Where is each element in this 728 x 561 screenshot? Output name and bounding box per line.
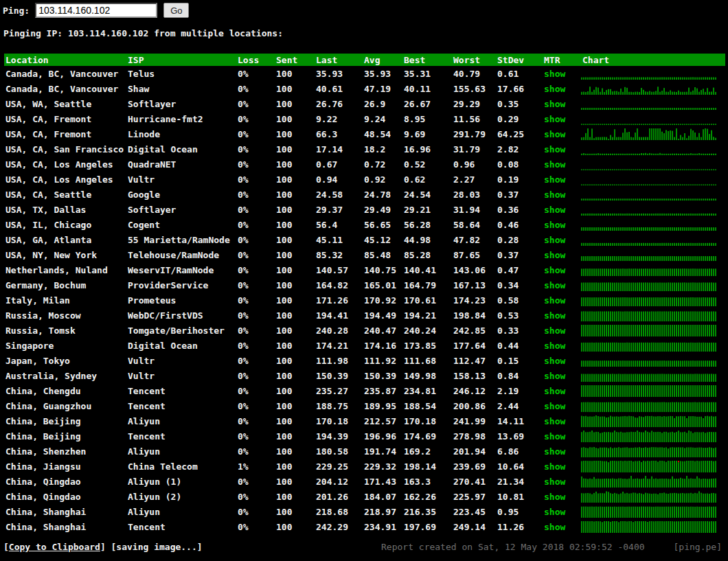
isp-cell: WeservIT/RamNode [126, 265, 236, 275]
stdev-cell: 10.81 [496, 492, 543, 502]
last-cell: 171.26 [315, 295, 363, 306]
worst-cell: 177.64 [452, 341, 496, 351]
stdev-cell: 0.28 [496, 235, 543, 245]
mtr-show-link[interactable]: show [544, 507, 565, 517]
mtr-show-link[interactable]: show [544, 220, 565, 230]
ping-sparkline [581, 324, 717, 336]
ping-sparkline [581, 430, 717, 442]
table-row: USA, CA, Fremont Linode 0% 100 66.3 48.5… [4, 126, 725, 141]
mtr-show-link[interactable]: show [544, 492, 565, 502]
mtr-show-link[interactable]: show [544, 159, 565, 170]
avg-cell: 184.07 [363, 492, 402, 502]
mtr-show-link[interactable]: show [544, 356, 565, 366]
chart-cell [581, 415, 725, 427]
location-cell: USA, WA, Seattle [4, 99, 126, 109]
mtr-show-link[interactable]: show [544, 522, 565, 532]
copy-to-clipboard-link[interactable]: Copy to Clipboard [9, 542, 100, 552]
table-row: USA, CA, San Francisco Digital Ocean 0% … [4, 141, 725, 157]
go-button[interactable]: Go [163, 3, 189, 18]
ping-toolbar: Ping: Go [3, 3, 189, 18]
ping-sparkline [581, 505, 717, 518]
sent-cell: 100 [275, 507, 315, 517]
location-cell: China, Beijing [4, 431, 126, 442]
ping-target-input[interactable] [35, 3, 157, 18]
worst-cell: 225.97 [452, 492, 496, 502]
stdev-cell: 0.35 [496, 99, 543, 109]
mtr-show-link[interactable]: show [544, 446, 565, 457]
mtr-show-link[interactable]: show [544, 341, 565, 351]
last-cell: 29.37 [315, 205, 363, 215]
loss-cell: 0% [236, 84, 275, 94]
mtr-show-link[interactable]: show [544, 265, 565, 275]
mtr-show-link[interactable]: show [544, 174, 565, 185]
mtr-show-link[interactable]: show [544, 69, 565, 79]
mtr-show-link[interactable]: show [544, 416, 565, 426]
last-cell: 17.14 [315, 144, 363, 154]
mtr-show-link[interactable]: show [544, 144, 565, 154]
mtr-show-link[interactable]: show [544, 295, 565, 306]
last-cell: 66.3 [315, 129, 363, 139]
mtr-show-link[interactable]: show [544, 129, 565, 139]
isp-cell: ProviderService [126, 280, 236, 290]
mtr-show-link[interactable]: show [544, 235, 565, 245]
loss-cell: 0% [236, 159, 275, 170]
sent-cell: 100 [275, 205, 315, 215]
mtr-show-link[interactable]: show [544, 386, 565, 396]
worst-cell: 155.63 [452, 84, 496, 94]
best-cell: 149.98 [402, 371, 452, 381]
isp-cell: Aliyun (2) [126, 492, 236, 502]
last-cell: 0.67 [315, 159, 363, 170]
mtr-show-link[interactable]: show [544, 99, 565, 109]
table-row: China, Beijing Aliyun 0% 100 170.18 212.… [4, 413, 725, 428]
mtr-show-link[interactable]: show [544, 461, 565, 472]
stdev-cell: 0.29 [496, 114, 543, 124]
isp-cell: Tencent [126, 386, 236, 396]
ping-sparkline [581, 188, 717, 201]
mtr-show-link[interactable]: show [544, 205, 565, 215]
mtr-show-link[interactable]: show [544, 250, 565, 260]
isp-cell: Aliyun (1) [126, 477, 236, 487]
worst-cell: 291.79 [452, 129, 496, 139]
ping-sparkline [581, 233, 717, 246]
table-row: USA, CA, Fremont Hurricane-fmt2 0% 100 9… [4, 111, 725, 126]
ping-sparkline [581, 520, 717, 533]
chart-cell [581, 218, 725, 231]
stdev-cell: 10.64 [496, 461, 543, 472]
loss-cell: 0% [236, 356, 275, 366]
mtr-show-link[interactable]: show [544, 310, 565, 321]
mtr-show-link[interactable]: show [544, 401, 565, 411]
best-cell: 85.28 [402, 250, 452, 260]
table-body: Canada, BC, Vancouver Telus 0% 100 35.93… [4, 66, 725, 534]
ping-sparkline [581, 173, 717, 185]
header-isp: ISP [126, 55, 236, 65]
mtr-show-link[interactable]: show [544, 280, 565, 290]
sent-cell: 100 [275, 431, 315, 442]
mtr-show-link[interactable]: show [544, 431, 565, 442]
mtr-show-link[interactable]: show [544, 371, 565, 381]
worst-cell: 278.98 [452, 431, 496, 442]
isp-cell: Telus [126, 69, 236, 79]
sent-cell: 100 [275, 325, 315, 336]
ping-sparkline [581, 128, 717, 140]
mtr-show-link[interactable]: show [544, 325, 565, 336]
stdev-cell: 0.36 [496, 205, 543, 215]
stdev-cell: 0.37 [496, 250, 543, 260]
mtr-show-link[interactable]: show [544, 84, 565, 94]
loss-cell: 0% [236, 205, 275, 215]
sent-cell: 100 [275, 280, 315, 290]
isp-cell: Tencent [126, 431, 236, 442]
mtr-show-link[interactable]: show [544, 190, 565, 200]
worst-cell: 40.79 [452, 69, 496, 79]
mtr-show-link[interactable]: show [544, 114, 565, 124]
worst-cell: 241.99 [452, 416, 496, 426]
ping-sparkline [581, 203, 717, 216]
stdev-cell: 13.69 [496, 431, 543, 442]
worst-cell: 47.82 [452, 235, 496, 245]
isp-cell: QuadraNET [126, 159, 236, 170]
worst-cell: 239.69 [452, 461, 496, 472]
isp-cell: Linode [126, 129, 236, 139]
mtr-show-link[interactable]: show [544, 477, 565, 487]
sent-cell: 100 [275, 174, 315, 185]
last-cell: 194.39 [315, 431, 363, 442]
ping-sparkline [581, 158, 717, 170]
